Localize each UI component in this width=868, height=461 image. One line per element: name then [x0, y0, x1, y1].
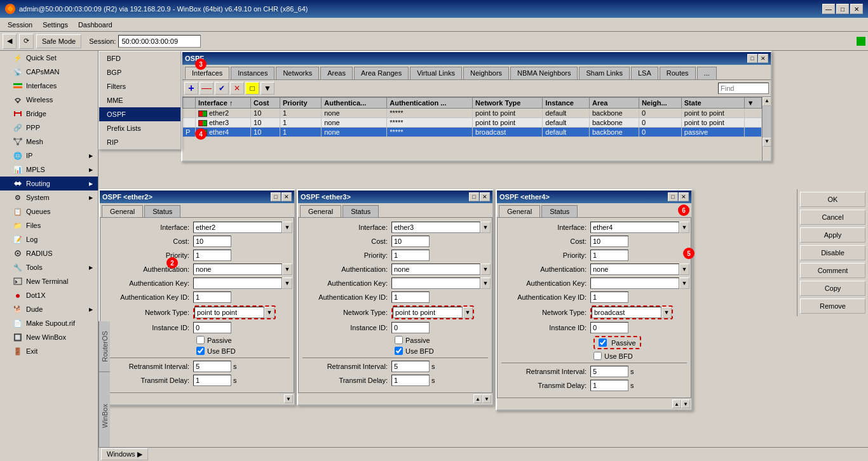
- sidebar-item-mpls[interactable]: 📊 MPLS ▶: [0, 163, 98, 177]
- sidebar-item-routing[interactable]: Routing ▶: [0, 177, 98, 190]
- sidebar-item-bridge[interactable]: Bridge: [0, 107, 98, 121]
- ether2-authkey-dropdown[interactable]: ▼: [282, 277, 292, 289]
- minimize-button[interactable]: —: [822, 4, 835, 14]
- ether3-tab-general[interactable]: General: [300, 205, 341, 217]
- ether2-usebfd-checkbox[interactable]: [196, 347, 205, 355]
- close-button[interactable]: ✕: [850, 4, 863, 14]
- apply-button[interactable]: Apply: [800, 227, 865, 243]
- tab-routes[interactable]: Routes: [660, 67, 696, 79]
- remove-button[interactable]: Remove: [800, 298, 865, 314]
- table-row[interactable]: ether3 10 1 none ***** point to point de…: [183, 118, 762, 128]
- tab-sham-links[interactable]: Sham Links: [579, 67, 629, 79]
- ether2-tab-general[interactable]: General: [102, 205, 143, 217]
- submenu-ospf[interactable]: OSPF: [99, 107, 180, 121]
- scroll-up[interactable]: ▲: [763, 97, 771, 106]
- col-area[interactable]: Area: [590, 98, 639, 109]
- ether3-auth-dropdown[interactable]: ▼: [480, 264, 491, 275]
- ether2-priority-input[interactable]: [193, 250, 231, 261]
- find-input[interactable]: [718, 83, 769, 94]
- col-auth-key[interactable]: Authentication ...: [387, 98, 473, 109]
- sidebar-item-mesh[interactable]: Mesh: [0, 135, 98, 149]
- ether4-transmit-input[interactable]: [590, 380, 628, 391]
- ether3-tab-status[interactable]: Status: [342, 205, 379, 217]
- sidebar-item-newterminal[interactable]: New Terminal: [0, 274, 98, 288]
- ether4-priority-input[interactable]: [590, 250, 628, 261]
- ether2-close[interactable]: ✕: [281, 192, 292, 201]
- menu-dashboard[interactable]: Dashboard: [73, 20, 118, 30]
- col-interface[interactable]: Interface ↑: [196, 98, 251, 109]
- table-row[interactable]: ether2 10 1 none ***** point to point de…: [183, 109, 762, 118]
- ether2-iface-input[interactable]: [193, 222, 282, 233]
- ether4-iface-input[interactable]: [590, 222, 679, 233]
- ether3-controls[interactable]: □ ✕: [469, 192, 490, 201]
- ether3-scroll-up[interactable]: ▲: [473, 394, 482, 403]
- tab-nbma-neighbors[interactable]: NBMA Neighbors: [510, 67, 578, 79]
- ether4-cost-input[interactable]: [590, 236, 628, 247]
- ether4-instid-input[interactable]: [590, 322, 628, 333]
- ether2-authkey-input[interactable]: [193, 277, 282, 289]
- sidebar-item-log[interactable]: 📝 Log: [0, 232, 98, 246]
- ether3-authkey-input[interactable]: [391, 277, 480, 289]
- ether4-scroll-up[interactable]: ▲: [672, 399, 681, 408]
- ether4-passive-checkbox[interactable]: [599, 338, 607, 347]
- ether4-nettype-input[interactable]: [592, 307, 661, 318]
- ether4-usebfd-checkbox[interactable]: [593, 352, 602, 360]
- sidebar-item-supout[interactable]: 📄 Make Supout.rif: [0, 316, 98, 330]
- ether3-close[interactable]: ✕: [480, 192, 490, 201]
- ether4-authkeyid-input[interactable]: [590, 291, 628, 303]
- ether3-authkeyid-input[interactable]: [391, 291, 430, 303]
- submenu-bgp[interactable]: BGP: [99, 65, 180, 79]
- menu-settings[interactable]: Settings: [37, 20, 73, 30]
- ether2-iface-dropdown[interactable]: ▼: [282, 222, 292, 233]
- tab-instances[interactable]: Instances: [231, 67, 275, 79]
- table-scroll[interactable]: Interface ↑ Cost Priority Authentica... …: [182, 97, 762, 161]
- ether4-scroll-down[interactable]: ▼: [681, 399, 690, 408]
- tab-networks[interactable]: Networks: [276, 67, 319, 79]
- ether2-cost-input[interactable]: [193, 236, 231, 247]
- submenu-bfd[interactable]: BFD: [99, 51, 180, 65]
- back-button[interactable]: ◀: [3, 34, 17, 49]
- ether2-controls[interactable]: □ ✕: [271, 192, 292, 201]
- submenu-prefix-lists[interactable]: Prefix Lists: [99, 121, 180, 135]
- ether3-priority-input[interactable]: [391, 250, 430, 261]
- sidebar-item-queues[interactable]: 📋 Queues: [0, 204, 98, 218]
- ether2-tab-status[interactable]: Status: [144, 205, 180, 217]
- tab-area-ranges[interactable]: Area Ranges: [354, 67, 409, 79]
- ether4-tab-status[interactable]: Status: [541, 205, 578, 217]
- table-row-selected[interactable]: P ether4 10 1 none ***** broadcast defau…: [183, 128, 762, 137]
- ether4-titlebar[interactable]: OSPF <ether4> □ ✕: [497, 190, 691, 203]
- ether3-transmit-input[interactable]: [391, 375, 430, 386]
- ether3-nettype-input[interactable]: [393, 307, 463, 318]
- ether3-iface-dropdown[interactable]: ▼: [480, 222, 491, 233]
- ether2-auth-dropdown[interactable]: ▼: [282, 264, 292, 275]
- comment-button[interactable]: Comment: [800, 263, 865, 278]
- safe-mode-button[interactable]: Safe Mode: [36, 34, 81, 48]
- ether2-nettype-input[interactable]: [194, 307, 264, 318]
- ospf-close[interactable]: ✕: [758, 54, 768, 63]
- ether2-auth-input[interactable]: [193, 264, 282, 275]
- ether3-scroll-down[interactable]: ▼: [482, 394, 491, 403]
- col-state[interactable]: State: [681, 98, 744, 109]
- sidebar-item-dot1x[interactable]: ● Dot1X: [0, 288, 98, 302]
- sidebar-item-radius[interactable]: RADIUS: [0, 246, 98, 260]
- ether3-nettype-dropdown[interactable]: ▼: [463, 307, 473, 318]
- ether4-authkey-dropdown[interactable]: ▼: [679, 277, 689, 289]
- ether3-authkey-dropdown[interactable]: ▼: [480, 277, 491, 289]
- ether2-minimize[interactable]: □: [271, 192, 281, 201]
- tab-interfaces[interactable]: Interfaces: [185, 67, 229, 79]
- tab-neighbors[interactable]: Neighbors: [463, 67, 509, 79]
- cancel-button[interactable]: Cancel: [800, 210, 865, 225]
- sidebar-item-wireless[interactable]: Wireless: [0, 93, 98, 107]
- tab-more[interactable]: ...: [697, 67, 717, 79]
- ether4-nettype-dropdown[interactable]: ▼: [661, 307, 672, 318]
- ether2-retransmit-input[interactable]: [193, 361, 231, 372]
- tab-lsa[interactable]: LSA: [631, 67, 658, 79]
- sidebar-item-files[interactable]: 📁 Files: [0, 218, 98, 232]
- ether4-auth-input[interactable]: [590, 264, 679, 275]
- ether4-close[interactable]: ✕: [679, 192, 689, 201]
- ospf-minimize[interactable]: □: [747, 54, 757, 63]
- filter-btn[interactable]: ▼: [261, 82, 275, 95]
- ether3-retransmit-input[interactable]: [391, 361, 430, 372]
- ether3-auth-input[interactable]: [391, 264, 480, 275]
- ether3-usebfd-checkbox[interactable]: [395, 347, 403, 355]
